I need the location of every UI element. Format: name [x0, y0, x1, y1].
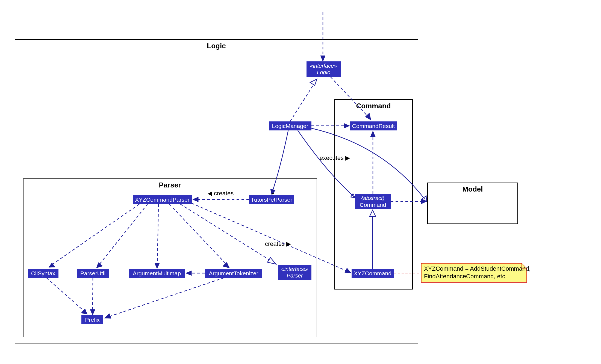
class-abstract-command-name: Command: [360, 202, 386, 208]
class-cli-syntax-name: CliSyntax: [31, 270, 55, 276]
class-parser-util-name: ParserUtil: [80, 270, 105, 276]
edge-xcp-to-parserutil: [99, 204, 148, 265]
class-prefix-name: Prefix: [85, 317, 100, 323]
edge-logicmanager-realizes-logic: [290, 84, 314, 121]
package-parser-title: Parser: [159, 181, 181, 189]
arrow-parserutil-to-prefix: [90, 309, 95, 315]
edge-argtok-to-prefix: [109, 278, 224, 317]
arrow-xyzcommandparser-creates-xyzcommand: [345, 268, 351, 273]
arrow-logicmanager-realizes-logic: [310, 79, 317, 85]
class-logic-manager-name: LogicManager: [272, 123, 308, 129]
arrow-xcp-to-argmultimap: [155, 263, 160, 269]
arrow-tutorspetparser-creates-xyzcommandparser: [193, 197, 198, 202]
edge-clisyntax-to-prefix: [46, 278, 85, 312]
arrow-external-to-logic: [320, 56, 325, 61]
edge-xcp-to-clisyntax: [52, 204, 139, 265]
class-argument-tokenizer-name: ArgumentTokenizer: [209, 270, 258, 276]
edge-logicmanager-to-model: [311, 128, 425, 199]
note-line2: FindAttendanceCommand, etc: [424, 273, 505, 280]
arrow-xcp-to-argtokenizer: [223, 262, 229, 268]
edge-parserutil-to-prefix: [93, 278, 93, 311]
edge-logicmanager-executes-command: [298, 130, 355, 197]
class-parser-interface-stereotype: «interface»: [281, 266, 308, 272]
arrow-logicmanager-to-commandresult: [344, 123, 350, 128]
class-parser-interface-name: Parser: [287, 273, 303, 279]
class-tutorspet-parser-name: TutorsPetParser: [251, 196, 292, 203]
note-xyzcommand: XYZCommand = AddStudentCommand, FindAtte…: [421, 263, 531, 282]
class-command-result-name: CommandResult: [352, 123, 395, 129]
label-creates2: creates ▶: [265, 240, 291, 247]
class-xyz-command-parser-name: XYZCommandParser: [135, 196, 190, 203]
class-logic-interface-name: Logic: [317, 69, 330, 75]
arrow-xyzcommand-extends-command: [370, 210, 376, 216]
edge-xyzcommandparser-realizes-parser: [180, 204, 270, 261]
edge-xcp-to-argtokenizer: [169, 204, 227, 265]
arrow-xcp-to-parserutil: [96, 262, 103, 268]
class-argument-multimap-name: ArgumentMultimap: [133, 270, 181, 276]
class-logic-interface-stereotype: «interface»: [310, 63, 337, 69]
arrow-command-to-commandresult: [370, 131, 375, 137]
label-executes: executes ▶: [320, 154, 350, 161]
uml-class-diagram: Logic Parser Command Model «interface» L…: [0, 0, 601, 364]
label-creates1: ◀ creates: [208, 190, 234, 197]
arrow-argtok-to-argmm: [186, 271, 192, 276]
arrow-clisyntax-to-prefix: [81, 309, 87, 314]
package-command-title: Command: [356, 102, 391, 110]
arrow-argtok-to-prefix: [104, 314, 111, 318]
note-line1: XYZCommand = AddStudentCommand,: [424, 265, 531, 272]
package-logic-title: Logic: [207, 42, 226, 50]
edge-logic-to-commandresult: [331, 77, 369, 117]
label-mult1: 1: [271, 188, 275, 195]
arrow-command-to-model: [421, 199, 427, 204]
class-abstract-command-stereotype: {abstract}: [361, 195, 385, 201]
package-model-title: Model: [462, 185, 483, 193]
arrow-xyzcommandparser-realizes-parser: [267, 258, 276, 264]
class-xyz-command-name: XYZCommand: [354, 270, 391, 276]
edge-xcp-to-argmultimap: [157, 204, 158, 265]
edge-logicmanager-to-tutorspetparser: [273, 130, 288, 191]
